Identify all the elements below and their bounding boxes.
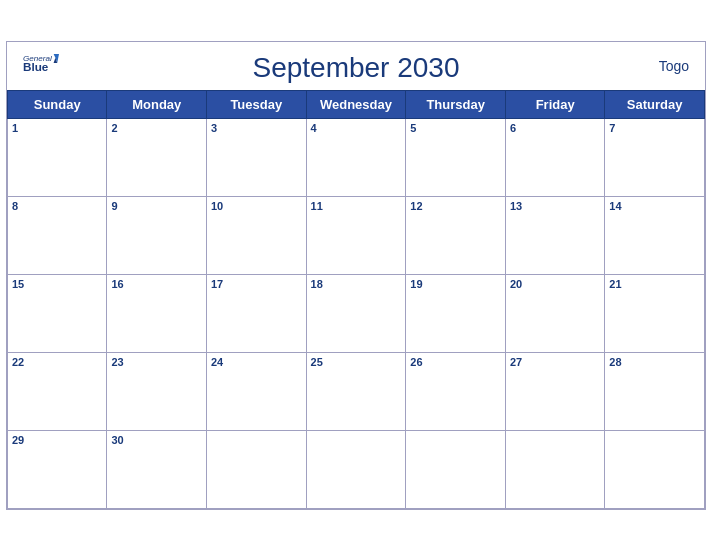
calendar-title: September 2030 <box>23 52 689 84</box>
day-cell: 21 <box>605 274 705 352</box>
day-cell: 7 <box>605 118 705 196</box>
day-cell: 10 <box>207 196 307 274</box>
day-cell: 26 <box>406 352 506 430</box>
day-number: 30 <box>111 434 202 446</box>
day-number: 21 <box>609 278 700 290</box>
day-number: 22 <box>12 356 102 368</box>
day-cell: 14 <box>605 196 705 274</box>
day-number: 3 <box>211 122 302 134</box>
day-cell: 12 <box>406 196 506 274</box>
week-row-3: 15161718192021 <box>8 274 705 352</box>
week-row-1: 1234567 <box>8 118 705 196</box>
day-cell <box>306 430 406 508</box>
day-cell: 4 <box>306 118 406 196</box>
day-cell: 17 <box>207 274 307 352</box>
brand-icon: General Blue <box>23 50 59 78</box>
day-number: 7 <box>609 122 700 134</box>
day-cell: 28 <box>605 352 705 430</box>
day-cell: 11 <box>306 196 406 274</box>
day-number: 27 <box>510 356 600 368</box>
day-cell: 25 <box>306 352 406 430</box>
day-number: 17 <box>211 278 302 290</box>
day-number: 19 <box>410 278 501 290</box>
day-number: 8 <box>12 200 102 212</box>
country-label: Togo <box>659 58 689 74</box>
day-number: 24 <box>211 356 302 368</box>
calendar-body: 1234567891011121314151617181920212223242… <box>8 118 705 508</box>
day-cell: 19 <box>406 274 506 352</box>
calendar-header: General Blue September 2030 Togo <box>7 42 705 90</box>
col-saturday: Saturday <box>605 90 705 118</box>
week-row-2: 891011121314 <box>8 196 705 274</box>
day-cell: 29 <box>8 430 107 508</box>
day-cell: 27 <box>505 352 604 430</box>
day-number: 29 <box>12 434 102 446</box>
day-number: 18 <box>311 278 402 290</box>
day-number: 16 <box>111 278 202 290</box>
day-cell: 5 <box>406 118 506 196</box>
day-number: 6 <box>510 122 600 134</box>
day-cell: 16 <box>107 274 207 352</box>
day-number: 28 <box>609 356 700 368</box>
day-cell: 30 <box>107 430 207 508</box>
day-cell <box>605 430 705 508</box>
day-number: 14 <box>609 200 700 212</box>
day-number: 15 <box>12 278 102 290</box>
day-cell: 22 <box>8 352 107 430</box>
week-row-5: 2930 <box>8 430 705 508</box>
day-cell: 1 <box>8 118 107 196</box>
day-cell <box>505 430 604 508</box>
brand-logo-area: General Blue <box>23 50 59 78</box>
day-cell: 2 <box>107 118 207 196</box>
day-number: 5 <box>410 122 501 134</box>
day-cell: 15 <box>8 274 107 352</box>
day-cell: 3 <box>207 118 307 196</box>
svg-text:Blue: Blue <box>23 60 49 73</box>
day-cell: 9 <box>107 196 207 274</box>
day-number: 2 <box>111 122 202 134</box>
day-cell: 8 <box>8 196 107 274</box>
col-sunday: Sunday <box>8 90 107 118</box>
day-number: 23 <box>111 356 202 368</box>
day-cell <box>406 430 506 508</box>
col-thursday: Thursday <box>406 90 506 118</box>
col-friday: Friday <box>505 90 604 118</box>
weekday-header-row: Sunday Monday Tuesday Wednesday Thursday… <box>8 90 705 118</box>
col-tuesday: Tuesday <box>207 90 307 118</box>
day-cell: 20 <box>505 274 604 352</box>
day-cell: 24 <box>207 352 307 430</box>
day-number: 12 <box>410 200 501 212</box>
day-cell: 13 <box>505 196 604 274</box>
day-number: 13 <box>510 200 600 212</box>
day-number: 9 <box>111 200 202 212</box>
col-monday: Monday <box>107 90 207 118</box>
calendar-grid: Sunday Monday Tuesday Wednesday Thursday… <box>7 90 705 509</box>
day-number: 10 <box>211 200 302 212</box>
day-cell: 23 <box>107 352 207 430</box>
day-number: 26 <box>410 356 501 368</box>
week-row-4: 22232425262728 <box>8 352 705 430</box>
day-number: 11 <box>311 200 402 212</box>
calendar-container: General Blue September 2030 Togo Sunday … <box>6 41 706 510</box>
day-number: 20 <box>510 278 600 290</box>
day-cell: 18 <box>306 274 406 352</box>
day-number: 4 <box>311 122 402 134</box>
col-wednesday: Wednesday <box>306 90 406 118</box>
day-cell <box>207 430 307 508</box>
day-cell: 6 <box>505 118 604 196</box>
day-number: 25 <box>311 356 402 368</box>
day-number: 1 <box>12 122 102 134</box>
